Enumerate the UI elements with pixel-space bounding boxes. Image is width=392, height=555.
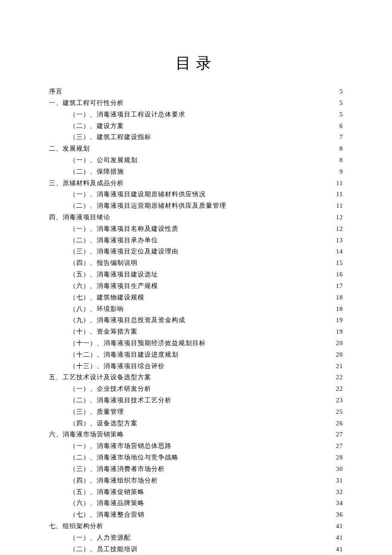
toc-entry-page: 28 — [336, 452, 343, 463]
toc-dots — [186, 110, 339, 116]
toc-entry-title: （十一）、消毒液项目预期经济效益规划目标 — [69, 337, 206, 349]
toc-entry-title: （一）、企业技术研发分析 — [69, 383, 151, 395]
toc-entry: （二）、员工技能培训41 — [49, 543, 343, 555]
toc-dots — [138, 545, 335, 551]
toc-entry-title: （四）、设备选型方案 — [69, 418, 138, 429]
toc-entry-title: （五）、消毒液促销策略 — [69, 486, 144, 498]
toc-entry-page: 5 — [340, 97, 343, 109]
toc-entry-page: 14 — [336, 246, 343, 257]
toc-entry-page: 11 — [336, 189, 343, 200]
toc-dots — [125, 99, 339, 105]
toc-entry-page: 5 — [340, 86, 343, 97]
toc-entry-title: 四、消毒液项目绪论 — [49, 212, 110, 223]
toc-entry-title: （七）、建筑物建设规模 — [69, 292, 144, 303]
toc-dots — [173, 396, 335, 403]
toc-dots — [145, 511, 335, 517]
toc-entry: （六）、消毒液项目生产规模17 — [49, 280, 343, 292]
toc-dots — [138, 259, 335, 265]
toc-entry: （一）、消毒液项目建设期原辅材料供应情况11 — [49, 189, 343, 200]
toc-entry-title: （三）、建筑工程建设指标 — [69, 131, 151, 143]
toc-dots — [132, 533, 335, 540]
toc-dots — [207, 339, 335, 345]
toc-entry-title: （七）、消毒液整合营销 — [69, 509, 144, 520]
toc-dots — [104, 522, 335, 528]
toc-dots — [138, 419, 335, 425]
toc-entry: （七）、建筑物建设规模18 — [49, 292, 343, 303]
toc-entry-title: （一）、消毒液市场营销总体思路 — [69, 440, 172, 452]
toc-dots — [179, 247, 335, 254]
toc-entry: （六）、消毒液品牌策略34 — [49, 497, 343, 509]
toc-dots — [159, 282, 335, 288]
toc-entry: （一）、消毒液项目工程设计总体要求5 — [49, 109, 343, 120]
toc-entry-title: （三）、消毒液项目定位及建设理由 — [69, 246, 179, 257]
toc-entry: 四、消毒液项目绪论12 — [49, 212, 343, 223]
toc-dots — [227, 202, 335, 208]
toc-entry-title: （二）、消毒液项目承办单位 — [69, 235, 158, 246]
toc-dots — [125, 430, 335, 437]
toc-entry-title: （十）、资金筹措方案 — [69, 326, 138, 337]
toc-entry-page: 11 — [336, 200, 343, 212]
toc-dots — [179, 224, 335, 231]
toc-entry: （十二）、消毒液项目建设进度规划20 — [49, 349, 343, 360]
toc-entry-page: 30 — [336, 463, 343, 475]
toc-entry-page: 5 — [340, 109, 343, 120]
toc-dots — [152, 385, 335, 391]
toc-entry-page: 7 — [340, 131, 343, 143]
toc-entry-page: 22 — [336, 383, 343, 395]
toc-entry: （二）、建设方案6 — [49, 120, 343, 132]
toc-entry-page: 21 — [336, 360, 343, 372]
toc-entry-page: 34 — [336, 497, 343, 509]
toc-entry-title: （二）、消毒液项目技术工艺分析 — [69, 395, 172, 406]
toc-entry-title: （一）、消毒液项目名称及建设性质 — [69, 223, 179, 235]
toc-entry-title: （九）、消毒液项目总投资及资金构成 — [69, 314, 185, 326]
toc-entry-page: 41 — [336, 543, 343, 555]
toc-entry-page: 31 — [336, 475, 343, 486]
toc-entry: 序言5 — [49, 86, 343, 97]
toc-entry: （一）、公司发展规划8 — [49, 154, 343, 166]
toc-dots — [186, 316, 335, 323]
toc-entry-page: 6 — [340, 120, 343, 132]
toc-entry-title: （八）、环境影响 — [69, 303, 124, 315]
toc-entry-page: 20 — [336, 349, 343, 360]
toc-dots — [179, 350, 335, 357]
toc-entry-title: 五、工艺技术设计及设备选型方案 — [49, 372, 151, 383]
toc-entry: 一、建筑工程可行性分析5 — [49, 97, 343, 109]
toc-dots — [63, 87, 339, 94]
toc-entry: （一）、企业技术研发分析22 — [49, 383, 343, 395]
toc-entry-title: （一）、消毒液项目工程设计总体要求 — [69, 109, 185, 120]
toc-entry: 二、发展规划8 — [49, 143, 343, 154]
toc-entry-page: 12 — [336, 212, 343, 223]
toc-entry-title: 六、消毒液市场营销策略 — [49, 429, 124, 440]
toc-entry: （四）、设备选型方案26 — [49, 418, 343, 429]
toc-entry-title: 一、建筑工程可行性分析 — [49, 97, 124, 109]
toc-entry-page: 32 — [336, 486, 343, 498]
toc-entry: （五）、消毒液促销策略32 — [49, 486, 343, 498]
toc-page: 目录 序言5一、建筑工程可行性分析5（一）、消毒液项目工程设计总体要求5（二）、… — [0, 0, 392, 555]
toc-dots — [152, 133, 339, 139]
toc-entry: （四）、消毒液组织市场分析31 — [49, 475, 343, 486]
toc-entry-title: （十二）、消毒液项目建设进度规划 — [69, 349, 179, 360]
toc-entry-page: 8 — [340, 143, 343, 154]
toc-entry: 三、原辅材料及成品分析11 — [49, 177, 343, 189]
toc-entry: （三）、质量管理25 — [49, 406, 343, 418]
toc-dots — [138, 156, 339, 162]
toc-entry: 六、消毒液市场营销策略27 — [49, 429, 343, 440]
toc-entry-title: （一）、公司发展规划 — [69, 154, 138, 166]
toc-entry-page: 11 — [336, 177, 343, 189]
toc-dots — [173, 442, 335, 448]
toc-entry-title: （一）、人力资源配 — [69, 532, 131, 543]
toc-entry-page: 18 — [336, 303, 343, 315]
toc-dots — [145, 488, 335, 494]
toc-entry-title: （六）、消毒液项目生产规模 — [69, 280, 158, 292]
toc-entry-title: 序言 — [49, 86, 63, 97]
toc-dots — [125, 179, 335, 185]
toc-entry-page: 41 — [336, 520, 343, 532]
toc-dots — [179, 453, 335, 460]
toc-dots — [166, 465, 335, 471]
toc-entry-page: 41 — [336, 532, 343, 543]
toc-entry-title: 七、组织架构分析 — [49, 520, 104, 532]
toc-entry-title: （四）、消毒液组织市场分析 — [69, 475, 158, 486]
toc-entry-page: 23 — [336, 395, 343, 406]
toc-entry-title: 三、原辅材料及成品分析 — [49, 177, 124, 189]
toc-entry: 七、组织架构分析41 — [49, 520, 343, 532]
